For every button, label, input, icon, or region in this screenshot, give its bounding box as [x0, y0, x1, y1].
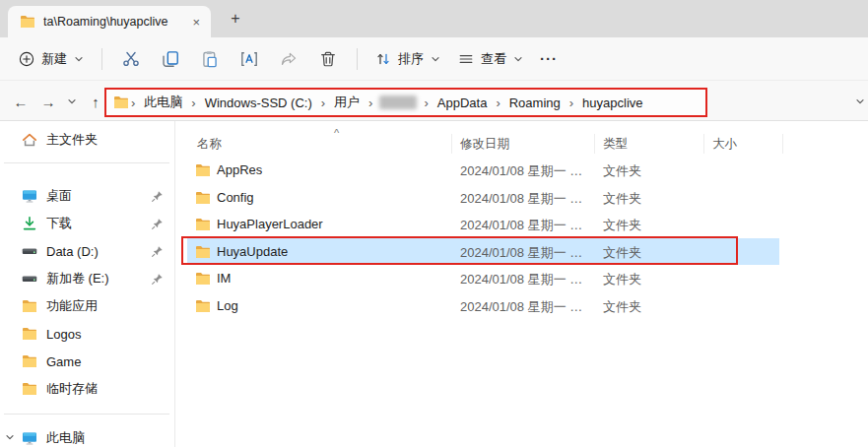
table-row-appres[interactable]: AppRes 2024/01/08 星期一 … 文件夹: [176, 157, 868, 184]
sort-button[interactable]: 排序: [367, 43, 449, 75]
breadcrumb-separator: ›: [495, 96, 501, 110]
chevron-down-icon: [431, 54, 440, 64]
table-row-log[interactable]: Log 2024/01/08 星期一 … 文件夹: [176, 292, 868, 320]
tab-title: ta\Roaming\huyapclive: [43, 15, 181, 29]
more-button[interactable]: ···: [532, 43, 566, 75]
sidebar-item-desktop[interactable]: 桌面: [0, 182, 175, 210]
pin-icon: [151, 190, 164, 203]
rename-icon: [240, 50, 258, 68]
folder-icon: [22, 353, 37, 369]
navigation-pane: 主文件夹 桌面 下载 Data (D:) 新加卷 (E:) 功能应用: [0, 121, 175, 447]
cut-button[interactable]: [111, 43, 151, 75]
sidebar-item-label: Logos: [46, 327, 81, 342]
paste-button[interactable]: [190, 43, 230, 75]
file-date: 2024/01/08 星期一 …: [460, 190, 582, 208]
breadcrumb-separator: ›: [190, 96, 196, 110]
delete-icon: [319, 50, 337, 68]
new-button[interactable]: 新建: [10, 43, 93, 75]
expand-chevron-icon[interactable]: [5, 432, 15, 442]
sidebar-item-linshicunchu[interactable]: 临时存储: [0, 375, 175, 403]
recent-locations-button[interactable]: [59, 89, 85, 114]
view-icon: [458, 51, 474, 67]
file-type: 文件夹: [603, 244, 641, 262]
folder-icon: [20, 14, 35, 30]
breadcrumb-separator: ›: [367, 96, 373, 110]
sidebar-item-logos[interactable]: Logos: [0, 320, 175, 348]
sidebar-item-downloads[interactable]: 下载: [0, 210, 175, 237]
column-header-name[interactable]: 名称: [197, 136, 222, 153]
folder-icon: [195, 162, 211, 178]
sidebar-item-game[interactable]: Game: [0, 348, 175, 375]
file-rows: AppRes 2024/01/08 星期一 … 文件夹 Config 2024/…: [176, 157, 868, 319]
tab-bar: ta\Roaming\huyapclive × +: [0, 0, 868, 37]
folder-icon: [22, 326, 37, 342]
forward-icon: →: [41, 94, 56, 110]
breadcrumb-item-users[interactable]: 用户: [327, 94, 367, 111]
column-divider[interactable]: [782, 134, 783, 154]
table-row-im[interactable]: IM 2024/01/08 星期一 … 文件夹: [176, 265, 868, 292]
folder-icon: [195, 244, 211, 260]
column-header-size[interactable]: 大小: [712, 136, 737, 153]
rename-button[interactable]: [230, 43, 269, 75]
breadcrumb-item-drive-c[interactable]: Windows-SSD (C:): [198, 96, 319, 110]
file-type: 文件夹: [603, 298, 641, 316]
address-bar-row: ← → ↑ › 此电脑 › Windows-SSD (C:) › 用户 › › …: [0, 80, 868, 121]
file-date: 2024/01/08 星期一 …: [460, 271, 582, 288]
folder-icon: [195, 190, 211, 206]
drive-icon: [22, 271, 37, 287]
plus-circle-icon: [19, 51, 34, 67]
column-header-date[interactable]: 修改日期: [460, 136, 509, 153]
sort-icon: [375, 51, 391, 67]
home-icon: [22, 132, 37, 148]
share-button[interactable]: [269, 43, 308, 75]
sort-ascending-caret: ^: [334, 127, 339, 139]
file-name: Config: [217, 190, 254, 205]
toolbar-divider: [357, 48, 358, 70]
column-headers: ^ 名称 修改日期 类型 大小: [176, 130, 868, 156]
address-dropdown-icon[interactable]: [855, 96, 865, 106]
sidebar-item-volume-e[interactable]: 新加卷 (E:): [0, 265, 175, 292]
view-button[interactable]: 查看: [449, 43, 532, 75]
sidebar-item-home[interactable]: 主文件夹: [0, 126, 175, 154]
breadcrumb-item-appdata[interactable]: AppData: [431, 96, 495, 110]
forward-button[interactable]: →: [35, 89, 61, 114]
breadcrumb-item-this-pc[interactable]: 此电脑: [137, 94, 189, 111]
breadcrumb-item-roaming[interactable]: Roaming: [502, 96, 568, 110]
breadcrumb-item-username-redacted[interactable]: [379, 96, 417, 109]
close-icon[interactable]: ×: [189, 15, 203, 30]
folder-icon: [195, 271, 211, 287]
chevron-down-icon: [513, 54, 523, 64]
file-list: ^ 名称 修改日期 类型 大小 AppRes 2024/01/08 星期一 … …: [176, 121, 868, 447]
sidebar-item-gongnengyingyong[interactable]: 功能应用: [0, 292, 175, 320]
breadcrumb-item-huyapclive[interactable]: huyapclive: [575, 96, 649, 110]
delete-button[interactable]: [308, 43, 348, 75]
file-name: HuyaUpdate: [217, 244, 288, 259]
column-divider[interactable]: [703, 134, 704, 154]
column-divider[interactable]: [594, 134, 595, 154]
back-button[interactable]: ←: [8, 89, 33, 114]
sidebar-item-this-pc[interactable]: 此电脑: [0, 424, 175, 447]
folder-icon: [22, 298, 37, 314]
chevron-down-icon: [74, 54, 84, 64]
breadcrumb-separator: ›: [568, 96, 574, 110]
this-pc-icon: [22, 430, 37, 446]
copy-button[interactable]: [151, 43, 190, 75]
column-divider[interactable]: [451, 134, 452, 154]
more-icon: ···: [540, 50, 558, 67]
file-type: 文件夹: [603, 271, 641, 288]
table-row-config[interactable]: Config 2024/01/08 星期一 … 文件夹: [176, 184, 868, 212]
sidebar-item-label: 新加卷 (E:): [46, 270, 109, 287]
new-tab-button[interactable]: +: [225, 8, 246, 30]
column-header-type[interactable]: 类型: [603, 136, 628, 153]
command-toolbar: 新建 排序 查看: [0, 37, 868, 80]
table-row-huyaupdate-selected[interactable]: HuyaUpdate 2024/01/08 星期一 … 文件夹: [176, 238, 868, 266]
breadcrumb[interactable]: › 此电脑 › Windows-SSD (C:) › 用户 › › AppDat…: [104, 88, 707, 117]
explorer-tab[interactable]: ta\Roaming\huyapclive ×: [8, 6, 211, 37]
sidebar-divider: [4, 414, 169, 415]
sidebar-divider: [4, 162, 169, 163]
sort-button-label: 排序: [398, 50, 424, 68]
sidebar-item-data-d[interactable]: Data (D:): [0, 237, 175, 265]
table-row-huyaplayerloader[interactable]: HuyaPlayerLoader 2024/01/08 星期一 … 文件夹: [176, 211, 868, 238]
cut-icon: [122, 50, 140, 68]
file-name: AppRes: [217, 162, 262, 177]
